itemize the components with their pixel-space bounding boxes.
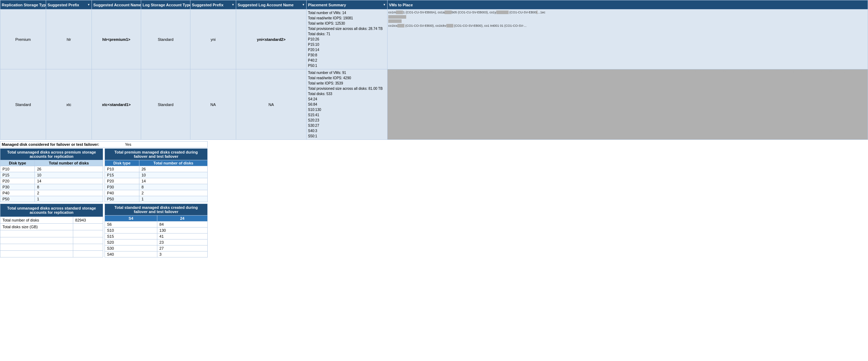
main-table: Replication Storage Type ▼ Suggested Pre… — [0, 0, 868, 140]
cell-account-name-premium: hlr<premium1> — [92, 10, 141, 69]
std-unmanaged-row-size: Total disks size (GB) — [0, 224, 103, 230]
table-row: Standard xtc xtc<standard1> Standard NA … — [0, 69, 868, 140]
cell-prefix-premium: hlr — [46, 10, 92, 69]
premium-unmanaged-col-header: Disk type Total number of disks — [0, 160, 103, 166]
managed-disk-label: Managed disk considered for failover or … — [2, 142, 121, 147]
std-disk-s10: S10:130 — [308, 107, 386, 112]
std-disk-s4: S4:24 — [308, 97, 386, 102]
premium-managed-header: Total premium managed disks created duri… — [105, 149, 208, 160]
premium-managed-col-header: Disk type Total number of disks — [105, 160, 208, 166]
summary-tables-row1: Total unmanaged disks across premium sto… — [0, 148, 208, 202]
table-row: P308 — [105, 184, 208, 190]
standard-managed-table: Total standard managed disks created dur… — [105, 204, 208, 257]
table-row: S684 — [105, 222, 208, 228]
table-row: S403 — [105, 251, 208, 257]
std-unmanaged-label-size: Total disks size (GB) — [0, 224, 73, 230]
placement-disk-p30: P30:8 — [308, 52, 386, 58]
cell-placement-standard: Total number of VMs: 91 Total read/write… — [307, 69, 388, 140]
premium-unmanaged-table: Total unmanaged disks across premium sto… — [0, 148, 103, 202]
placement-disk-p20: P20:14 — [308, 47, 386, 52]
cell-log-account-standard: NA — [236, 69, 307, 140]
cell-account-name-standard: xtc<standard1> — [92, 69, 141, 140]
placement-total-vms: Total number of VMs: 14 — [308, 10, 386, 15]
filter-icon-col6[interactable]: ▼ — [302, 3, 305, 6]
managed-disk-value: Yes — [125, 142, 131, 147]
cell-prefix-standard: xtc — [46, 69, 92, 140]
table-row: S2023 — [105, 239, 208, 245]
std-managed-section-title: Total standard managed disks created dur… — [105, 204, 208, 216]
table-row: P402 — [0, 190, 103, 196]
prem-managed-col2: Total number of disks — [139, 160, 208, 166]
std-disk-s15: S15:41 — [308, 112, 386, 118]
std-unmanaged-row-disks: Total number of disks 82943 — [0, 217, 103, 224]
premium-managed-table: Total premium managed disks created duri… — [105, 148, 208, 202]
lower-section: Managed disk considered for failover or … — [0, 141, 208, 257]
placement-rw-iops: Total read/write IOPS: 19081 — [308, 15, 386, 21]
placement-w-iops: Total write IOPS: 12530 — [308, 21, 386, 26]
table-row: P1510 — [0, 172, 103, 178]
table-row: S1541 — [105, 234, 208, 239]
table-row: Premium hlr hlr<premium1> Standard yni y… — [0, 10, 868, 69]
cell-log-account-premium: yni<standard2> — [236, 10, 307, 69]
table-row: P1026 — [0, 166, 103, 172]
std-disk-s6: S6:84 — [308, 102, 386, 107]
col-header-vms-to-place[interactable]: VMs to Place — [388, 0, 868, 10]
placement-disk-p10: P10:26 — [308, 37, 386, 42]
table-row: S10130 — [105, 228, 208, 234]
std-rw-iops: Total read/write IOPS: 4290 — [308, 75, 386, 81]
std-unmanaged-empty2 — [0, 237, 103, 244]
col-header-suggested-prefix[interactable]: Suggested Prefix ▼ — [46, 0, 92, 10]
table-row: S3027 — [105, 245, 208, 251]
cell-log-type-premium: Standard — [141, 10, 190, 69]
premium-unmanaged-section-title: Total unmanaged disks across premium sto… — [0, 149, 103, 160]
premium-managed-section-title: Total premium managed disks created duri… — [105, 149, 208, 160]
prem-unmanaged-col2: Total number of disks — [35, 160, 103, 166]
std-unmanaged-header: Total unmanaged disks across standard st… — [0, 204, 103, 217]
col-header-log-suggested-prefix[interactable]: Suggested Prefix ▼ — [190, 0, 236, 10]
std-unmanaged-empty4 — [0, 250, 103, 257]
cell-log-type-standard: Standard — [141, 69, 190, 140]
prem-unmanaged-col1: Disk type — [0, 160, 35, 166]
col-header-placement-summary[interactable]: Placement Summary ▼ — [307, 0, 388, 10]
table-row: P308 — [0, 184, 103, 190]
standard-unmanaged-table: Total unmanaged disks across standard st… — [0, 204, 103, 257]
col-header-suggested-log-account[interactable]: Suggested Log Account Name ▼ — [236, 0, 307, 10]
col-header-replication-type[interactable]: Replication Storage Type ▼ — [0, 0, 46, 10]
std-disk-s50: S50:1 — [308, 133, 386, 139]
std-provisioned: Total provisioned size across all disks:… — [308, 86, 386, 91]
std-unmanaged-label-disks: Total number of disks — [0, 217, 73, 224]
filter-icon-col7[interactable]: ▼ — [383, 3, 386, 6]
std-managed-header: Total standard managed disks created dur… — [105, 204, 208, 216]
summary-tables-row2: Total unmanaged disks across standard st… — [0, 204, 208, 257]
placement-provisioned: Total provisioned size across all disks:… — [308, 26, 386, 31]
std-unmanaged-section-title: Total unmanaged disks across standard st… — [0, 204, 103, 217]
std-total-vms: Total number of VMs: 91 — [308, 70, 386, 75]
filter-icon-col2[interactable]: ▼ — [87, 3, 90, 6]
std-managed-col-header: S4 24 — [105, 216, 208, 222]
placement-disk-p50: P50:1 — [308, 63, 386, 68]
std-disk-s40: S40:3 — [308, 128, 386, 133]
cell-log-prefix-standard: NA — [190, 69, 236, 140]
table-row: P2014 — [105, 178, 208, 184]
table-row: P1510 — [105, 172, 208, 178]
placement-disk-p15: P15:10 — [308, 42, 386, 47]
cell-vms-standard: co1citynh07 (CO1-CU-SV-EB004), co1plaorc… — [388, 69, 868, 140]
filter-icon-col5[interactable]: ▼ — [232, 3, 234, 6]
std-disk-s20: S20:23 — [308, 118, 386, 123]
cell-vms-premium: co1maaaa1 (CO1-CU-SV-EB00A), co1aaaaab05… — [388, 10, 868, 69]
managed-disk-row: Managed disk considered for failover or … — [0, 141, 208, 148]
cell-log-prefix-premium: yni — [190, 10, 236, 69]
prem-managed-col1: Disk type — [105, 160, 139, 166]
table-header-row: Replication Storage Type ▼ Suggested Pre… — [0, 0, 868, 10]
table-row: P402 — [105, 190, 208, 196]
std-disk-s30: S30:27 — [308, 123, 386, 128]
cell-replication-type-premium: Premium — [0, 10, 46, 69]
cell-replication-type-standard: Standard — [0, 69, 46, 140]
table-row: P1026 — [105, 166, 208, 172]
col-header-suggested-account-name[interactable]: Suggested Account Name ▼ — [92, 0, 141, 10]
premium-unmanaged-header: Total unmanaged disks across premium sto… — [0, 149, 103, 160]
col-header-log-storage-type[interactable]: Log Storage Account Type ▼ — [141, 0, 190, 10]
std-managed-col1: S4 — [105, 216, 157, 222]
placement-total-disks: Total disks: 71 — [308, 31, 386, 37]
std-unmanaged-empty1 — [0, 230, 103, 237]
